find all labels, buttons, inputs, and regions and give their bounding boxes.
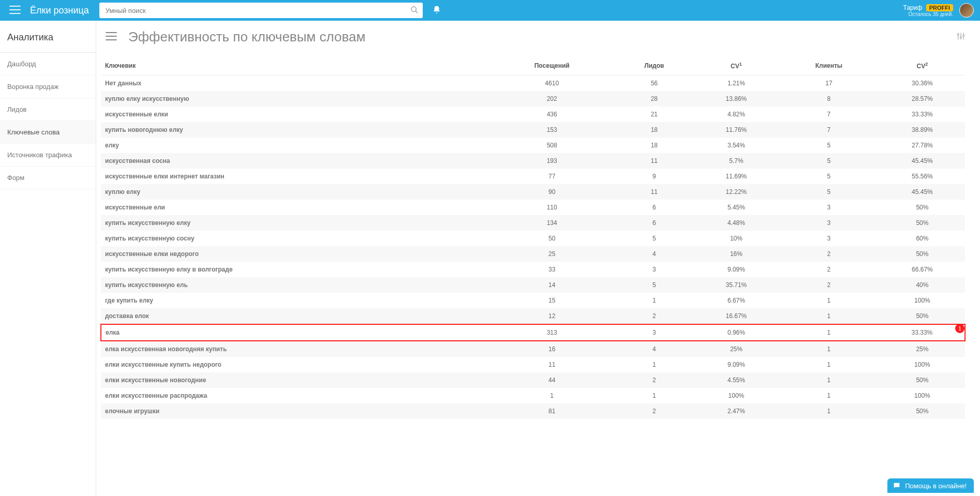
value-cell: 1 bbox=[778, 293, 880, 308]
svg-point-11 bbox=[957, 34, 959, 36]
sidebar: Аналитика ДашбордВоронка продажЛидовКлюч… bbox=[0, 21, 96, 496]
search-icon[interactable] bbox=[410, 6, 419, 16]
search-input[interactable] bbox=[99, 3, 423, 18]
sidebar-item[interactable]: Источников трафика bbox=[0, 144, 96, 167]
keyword-cell: где купить елку bbox=[101, 293, 490, 308]
table-row[interactable]: доставка елок12216.67%150% bbox=[101, 308, 965, 324]
svg-rect-1 bbox=[9, 9, 20, 10]
value-cell: 33.33% bbox=[880, 107, 965, 122]
table-row[interactable]: искусственная сосна193115.7%545.45% bbox=[101, 153, 965, 169]
tariff-badge: PROFFI bbox=[926, 4, 953, 11]
sidebar-category: Аналитика bbox=[0, 21, 96, 53]
table-row[interactable]: купить искусственную елку13464.48%350% bbox=[101, 215, 965, 231]
page-title: Эффективность по ключевым словам bbox=[128, 29, 956, 45]
column-header[interactable]: Посещений bbox=[490, 56, 614, 76]
table-row[interactable]: елочные игрушки8122.47%150% bbox=[101, 403, 965, 419]
value-cell: 2 bbox=[614, 308, 694, 324]
column-header[interactable]: CV1 bbox=[694, 56, 778, 76]
value-cell: 8 bbox=[778, 91, 880, 107]
value-cell: 1 bbox=[778, 324, 880, 341]
chat-label: Помощь в онлайне! bbox=[905, 482, 967, 490]
table-row[interactable]: искусственные елки недорого25416%250% bbox=[101, 246, 965, 262]
table-row[interactable]: куплю елку искусственную2022813.86%828.5… bbox=[101, 91, 965, 107]
value-cell: 28 bbox=[614, 91, 694, 107]
value-cell: 1 bbox=[778, 388, 880, 403]
table-row[interactable]: купить искусственную ель14535.71%240% bbox=[101, 277, 965, 293]
value-cell: 3 bbox=[778, 231, 880, 246]
value-cell: 2 bbox=[614, 372, 694, 388]
value-cell: 9.09% bbox=[694, 262, 778, 277]
sidebar-item[interactable]: Ключевые слова bbox=[0, 121, 96, 144]
svg-rect-7 bbox=[106, 39, 116, 40]
content: Эффективность по ключевым словам Ключеви… bbox=[96, 21, 980, 496]
value-cell: 16.67% bbox=[694, 308, 778, 324]
value-cell: 50% bbox=[880, 403, 965, 419]
value-cell: 25% bbox=[694, 341, 778, 357]
value-cell: 56 bbox=[614, 76, 694, 92]
column-header[interactable]: Ключевик bbox=[101, 56, 490, 76]
svg-rect-5 bbox=[106, 32, 116, 33]
table-row[interactable]: купить новогоднюю елку1531811.76%738.89% bbox=[101, 122, 965, 138]
keyword-cell: елку bbox=[101, 138, 490, 153]
keyword-cell: доставка елок bbox=[101, 308, 490, 324]
avatar[interactable] bbox=[959, 3, 974, 18]
keyword-cell: купить искусственную елку в волгограде bbox=[101, 262, 490, 277]
keyword-cell: елочные игрушки bbox=[101, 403, 490, 419]
table-row[interactable]: елка искусственная новогодняя купить1642… bbox=[101, 341, 965, 357]
value-cell: 100% bbox=[880, 388, 965, 403]
table-row[interactable]: елки искусственные купить недорого1119.0… bbox=[101, 357, 965, 372]
value-cell: 11 bbox=[614, 153, 694, 169]
notifications-icon[interactable] bbox=[432, 5, 441, 16]
value-cell: 66.67% bbox=[880, 262, 965, 277]
table-row[interactable]: елку508183.54%527.78% bbox=[101, 138, 965, 153]
value-cell: 110 bbox=[490, 200, 614, 215]
keyword-cell: купить искусственную елку bbox=[101, 215, 490, 231]
menu-toggle-button[interactable] bbox=[0, 6, 30, 16]
table-row[interactable]: куплю елку901112.22%545.45% bbox=[101, 184, 965, 200]
table-row[interactable]: купить искусственную сосну50510%360% bbox=[101, 231, 965, 246]
table-row[interactable]: Нет данных4610561.21%1730.36% bbox=[101, 76, 965, 92]
column-header[interactable]: Лидов bbox=[614, 56, 694, 76]
svg-rect-2 bbox=[9, 13, 20, 14]
value-cell: 60% bbox=[880, 231, 965, 246]
table-row[interactable]: елка31330.96%133.33%1 bbox=[101, 324, 965, 341]
value-cell: 18 bbox=[614, 138, 694, 153]
value-cell: 4.55% bbox=[694, 372, 778, 388]
value-cell: 3 bbox=[778, 200, 880, 215]
keyword-cell: искусственные елки bbox=[101, 107, 490, 122]
titlebar: Эффективность по ключевым словам bbox=[100, 29, 966, 45]
value-cell: 12 bbox=[490, 308, 614, 324]
value-cell: 2 bbox=[778, 246, 880, 262]
value-cell: 0.96% bbox=[694, 324, 778, 341]
value-cell: 1 bbox=[778, 341, 880, 357]
value-cell: 9.09% bbox=[694, 357, 778, 372]
table-row[interactable]: где купить елку1516.67%1100% bbox=[101, 293, 965, 308]
table-row[interactable]: купить искусственную елку в волгограде33… bbox=[101, 262, 965, 277]
sidebar-item[interactable]: Воронка продаж bbox=[0, 76, 96, 98]
value-cell: 5 bbox=[614, 231, 694, 246]
keyword-cell: купить искусственную ель bbox=[101, 277, 490, 293]
value-cell: 77 bbox=[490, 169, 614, 184]
chat-widget[interactable]: Помощь в онлайне! bbox=[887, 478, 974, 493]
table-row[interactable]: искусственные елки интернет магазин77911… bbox=[101, 169, 965, 184]
value-cell: 1 bbox=[614, 357, 694, 372]
sidebar-item[interactable]: Дашборд bbox=[0, 53, 96, 76]
value-cell: 6 bbox=[614, 200, 694, 215]
keyword-cell: купить новогоднюю елку bbox=[101, 122, 490, 138]
sidebar-item[interactable]: Форм bbox=[0, 167, 96, 189]
column-header[interactable]: Клиенты bbox=[778, 56, 880, 76]
keyword-cell: куплю елку искусственную bbox=[101, 91, 490, 107]
content-menu-toggle[interactable] bbox=[106, 32, 117, 42]
sidebar-item[interactable]: Лидов bbox=[0, 98, 96, 121]
settings-icon[interactable] bbox=[956, 32, 966, 42]
column-header[interactable]: CV2 bbox=[880, 56, 965, 76]
value-cell: 5.7% bbox=[694, 153, 778, 169]
table-row[interactable]: елки искусственные распродажа11100%1100% bbox=[101, 388, 965, 403]
value-cell: 12.22% bbox=[694, 184, 778, 200]
keyword-cell: куплю елку bbox=[101, 184, 490, 200]
table-row[interactable]: елки искусственные новогодние4424.55%150… bbox=[101, 372, 965, 388]
tariff-block[interactable]: Тариф PROFFI Осталось 35 дней. bbox=[903, 4, 953, 17]
value-cell: 3 bbox=[614, 324, 694, 341]
table-row[interactable]: искусственные елки436214.82%733.33% bbox=[101, 107, 965, 122]
table-row[interactable]: искусственные ели11065.45%350% bbox=[101, 200, 965, 215]
